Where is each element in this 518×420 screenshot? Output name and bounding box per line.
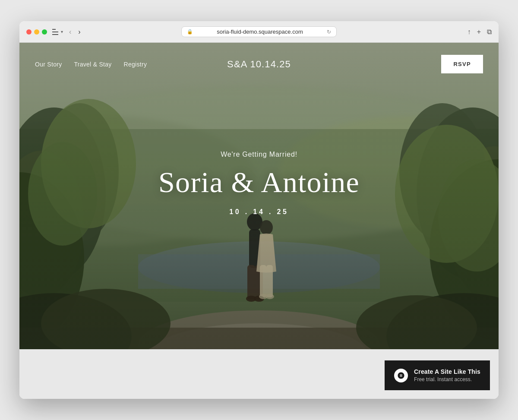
share-icon[interactable]: ↑ [467,28,471,36]
sidebar-icon [52,29,59,35]
nav-link-our-story[interactable]: Our Story [35,61,62,68]
cta-text: Create A Site Like This Free trial. Inst… [414,368,480,382]
hero-names: Soria & Antoine [158,166,360,199]
cta-subtitle: Free trial. Instant access. [414,376,480,382]
address-bar[interactable]: 🔒 soria-fluid-demo.squarespace.com ↻ [181,26,337,37]
browser-actions: ↑ + ⧉ [467,28,492,36]
hero-subtitle: We're Getting Married! [158,151,360,158]
new-tab-icon[interactable]: + [477,28,481,36]
cta-title: Create A Site Like This [414,368,480,375]
browser-window: ▾ ‹ › 🔒 soria-fluid-demo.squarespace.com… [19,21,499,399]
rsvp-button[interactable]: RSVP [441,55,483,73]
refresh-icon[interactable]: ↻ [327,29,331,35]
minimize-button[interactable] [34,29,39,35]
hero-section: Our Story Travel & Stay Registry S&A 10.… [19,43,499,349]
website-content: Our Story Travel & Stay Registry S&A 10.… [19,43,499,399]
browser-chrome: ▾ ‹ › 🔒 soria-fluid-demo.squarespace.com… [19,21,499,43]
duplicate-icon[interactable]: ⧉ [487,28,492,36]
nav-links: Our Story Travel & Stay Registry [35,61,147,68]
nav-arrows: ‹ › [66,27,83,37]
lock-icon: 🔒 [187,29,193,35]
chevron-down-icon: ▾ [61,29,63,34]
site-nav: Our Story Travel & Stay Registry S&A 10.… [19,43,499,85]
sidebar-toggle[interactable]: ▾ [52,29,63,35]
nav-link-travel-stay[interactable]: Travel & Stay [74,61,111,68]
bottom-section: Create A Site Like This Free trial. Inst… [19,349,499,399]
site-title: S&A 10.14.25 [227,59,291,70]
nav-link-registry[interactable]: Registry [124,61,147,68]
squarespace-logo-icon [394,369,408,382]
forward-button[interactable]: › [76,27,83,37]
url-text: soria-fluid-demo.squarespace.com [196,28,324,35]
hero-text: We're Getting Married! Soria & Antoine 1… [158,151,360,216]
traffic-lights [26,29,47,35]
close-button[interactable] [26,29,32,35]
maximize-button[interactable] [42,29,47,35]
back-button[interactable]: ‹ [66,27,74,37]
hero-date: 10 . 14 . 25 [158,208,360,215]
cta-banner[interactable]: Create A Site Like This Free trial. Inst… [385,360,490,390]
